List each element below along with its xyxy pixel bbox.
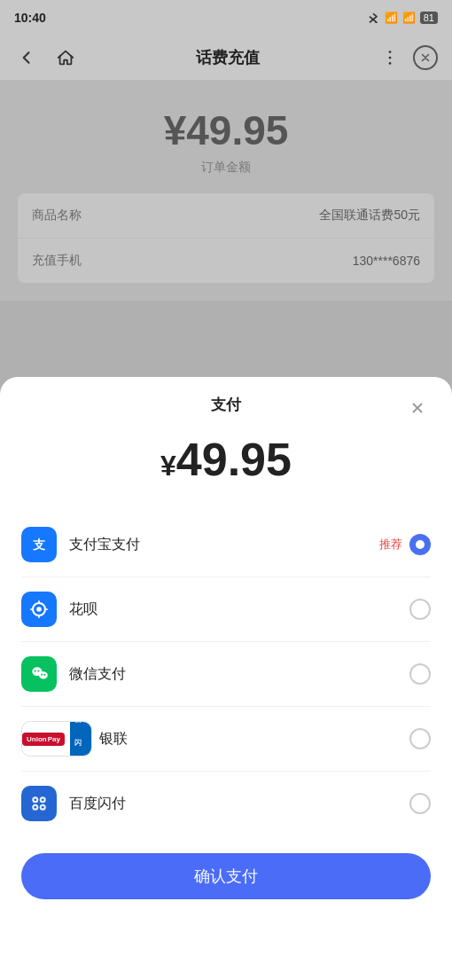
svg-point-12 — [39, 671, 48, 678]
huabei-right — [409, 599, 431, 620]
alipay-label: 支付宝支付 — [69, 536, 379, 554]
modal-amount-prefix: ¥ — [160, 450, 176, 482]
bg-amount-label: 订单金额 — [18, 160, 434, 176]
modal-title: 支付 — [211, 395, 241, 415]
signal-icon: 📶 — [385, 12, 398, 24]
recommended-tag: 推荐 — [379, 537, 402, 553]
svg-point-14 — [37, 670, 39, 671]
nav-right — [378, 45, 438, 70]
svg-point-15 — [41, 674, 43, 676]
status-time: 10:40 — [14, 11, 46, 25]
nav-left — [14, 45, 78, 70]
svg-rect-17 — [27, 791, 51, 816]
wechat-icon — [21, 656, 57, 692]
order-row-phone: 充值手机 130****6876 — [18, 239, 434, 283]
huabei-label: 花呗 — [69, 600, 409, 619]
alipay-right: 推荐 — [379, 534, 431, 555]
nav-title: 话费充值 — [196, 49, 260, 67]
svg-point-16 — [43, 674, 45, 676]
modal-header: 支付 — [21, 395, 431, 415]
svg-point-3 — [389, 57, 392, 59]
order-row-product: 商品名称 全国联通话费50元 — [18, 193, 434, 239]
confirm-pay-button[interactable]: 确认支付 — [21, 853, 431, 899]
payment-option-baidu[interactable]: 百度闪付 — [21, 772, 431, 835]
unionpay-right — [409, 728, 431, 749]
huabei-radio[interactable] — [409, 599, 431, 620]
modal-amount: ¥49.95 — [21, 433, 431, 486]
unionpay-label: 银联 — [99, 730, 409, 749]
order-val-product: 全国联通话费50元 — [319, 208, 420, 223]
wechat-radio[interactable] — [409, 663, 431, 685]
order-key-product: 商品名称 — [32, 208, 82, 223]
baidu-label: 百度闪付 — [69, 795, 409, 813]
payment-modal: 支付 ¥49.95 支 支付宝支付 推荐 — [0, 377, 452, 980]
wechat-right — [409, 663, 431, 685]
nav-bar: 话费充值 — [0, 35, 452, 80]
bg-content: ¥49.95 订单金额 商品名称 全国联通话费50元 充值手机 130****6… — [0, 80, 452, 301]
svg-point-22 — [34, 798, 36, 801]
baidu-icon — [21, 786, 57, 821]
svg-point-23 — [42, 798, 44, 801]
order-key-phone: 充值手机 — [32, 253, 82, 269]
bluetooth-icon — [366, 12, 380, 23]
modal-amount-value: 49.95 — [176, 434, 292, 485]
svg-point-24 — [34, 806, 36, 809]
svg-point-13 — [35, 670, 36, 671]
battery-icon: 81 — [420, 12, 438, 24]
payment-options: 支 支付宝支付 推荐 花呗 — [21, 513, 431, 835]
close-button[interactable] — [413, 45, 438, 70]
payment-option-wechat[interactable]: 微信支付 — [21, 642, 431, 707]
wechat-label: 微信支付 — [69, 665, 409, 684]
more-button[interactable] — [378, 45, 402, 70]
modal-close-button[interactable] — [404, 395, 431, 421]
svg-point-2 — [389, 51, 392, 53]
payment-option-huabei[interactable]: 花呗 — [21, 577, 431, 642]
svg-point-4 — [389, 62, 392, 65]
huabei-icon — [21, 592, 57, 627]
bg-amount: ¥49.95 — [18, 106, 434, 154]
order-info: 商品名称 全国联通话费50元 充值手机 130****6876 — [18, 193, 434, 283]
svg-point-9 — [36, 607, 42, 612]
svg-line-1 — [370, 20, 373, 22]
baidu-radio[interactable] — [409, 793, 431, 814]
home-button[interactable] — [53, 45, 78, 70]
svg-text:支: 支 — [32, 537, 46, 552]
confirm-btn-label: 确认支付 — [194, 866, 258, 887]
svg-point-25 — [42, 806, 44, 809]
baidu-right — [409, 793, 431, 814]
payment-option-alipay[interactable]: 支 支付宝支付 推荐 — [21, 513, 431, 577]
alipay-icon: 支 — [21, 527, 57, 562]
back-button[interactable] — [14, 45, 39, 70]
alipay-radio[interactable] — [409, 534, 431, 555]
wifi-icon: 📶 — [402, 12, 416, 24]
status-bar: 10:40 📶 📶 81 — [0, 0, 452, 35]
unionpay-icon: Union Pay 云闪付 — [21, 721, 92, 757]
nav-title-wrapper: 话费充值 — [78, 47, 378, 68]
status-icons: 📶 📶 81 — [366, 12, 438, 24]
order-val-phone: 130****6876 — [353, 254, 420, 268]
amount-section: ¥49.95 订单金额 — [18, 106, 434, 176]
unionpay-radio[interactable] — [409, 728, 431, 749]
payment-option-unionpay[interactable]: Union Pay 云闪付 银联 — [21, 707, 431, 772]
